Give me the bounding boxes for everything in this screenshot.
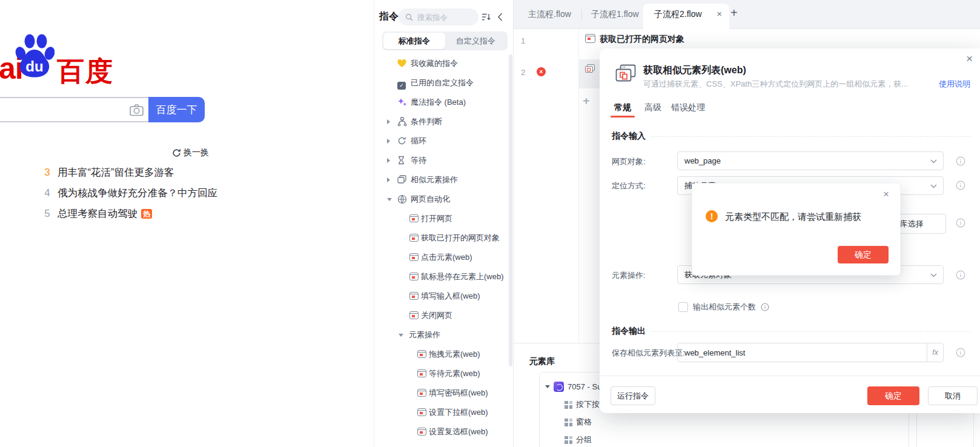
fx-expression-icon[interactable]: fx	[927, 343, 943, 362]
locate-field-label: 定位方式:	[612, 180, 646, 191]
close-popup-icon[interactable]: ×	[883, 188, 889, 200]
popup-ok-button[interactable]: 确定	[838, 246, 889, 263]
hot-title[interactable]: 总理考察自动驾驶	[58, 207, 137, 220]
web-window-icon	[417, 408, 426, 419]
baidu-search-input[interactable]	[5, 99, 98, 121]
panel-column-divider	[909, 413, 917, 447]
section-input-title: 指令输入	[612, 131, 646, 142]
webpage-field-label: 网页对象:	[612, 156, 646, 167]
instr-item-close-webpage[interactable]: 关闭网页	[374, 308, 508, 323]
baidu-search-box[interactable]	[0, 97, 148, 122]
flow-step-label[interactable]: 获取已打开的网页对象	[600, 34, 684, 45]
close-tab-icon[interactable]: ×	[717, 8, 722, 19]
web-automation-icon	[397, 194, 407, 207]
run-instruction-button[interactable]: 运行指令	[611, 386, 655, 405]
instr-item-fill-input[interactable]: 填写输入框(web)	[374, 289, 508, 303]
hourglass-icon	[397, 156, 405, 167]
add-step-button[interactable]: +	[583, 94, 590, 108]
magic-sparkle-icon	[397, 98, 407, 110]
instr-subgroup-element-ops[interactable]: 元素操作	[374, 328, 508, 342]
section-output-title: 指令输出	[612, 326, 646, 337]
dialog-tab-general[interactable]: 常规	[614, 102, 631, 113]
hot-title[interactable]: 用丰富“花活”留住更多游客	[58, 166, 174, 179]
info-icon[interactable]	[761, 303, 769, 311]
similar-elements-icon	[585, 64, 595, 75]
output-count-label: 输出相似元素个数	[693, 302, 756, 313]
instruction-search[interactable]	[399, 8, 478, 25]
webpage-select[interactable]: web_page	[677, 151, 944, 170]
instruction-tabs: 标准指令 自定义指令	[382, 31, 508, 50]
tab-standard-instructions[interactable]: 标准指令	[383, 33, 445, 49]
camera-icon[interactable]	[130, 104, 144, 116]
hot-rank: 3	[42, 167, 52, 179]
instruction-search-input[interactable]	[416, 10, 474, 25]
scrollbar[interactable]	[509, 55, 512, 366]
flow-tab-sub1[interactable]: 子流程1.flow	[591, 9, 639, 20]
instr-group-loop[interactable]: 循环	[374, 134, 508, 148]
hotlist-refresh-label: 换一换	[184, 147, 209, 158]
search-icon	[405, 13, 413, 21]
add-tab-button[interactable]: +	[730, 6, 738, 20]
similar-elements-icon	[615, 64, 636, 84]
dialog-tab-error-handling[interactable]: 错误处理	[671, 102, 705, 113]
element-library-root[interactable]: 7057 - Su	[545, 380, 601, 393]
instr-group-conditional[interactable]: 条件判断	[374, 114, 508, 129]
instr-item-hover-element[interactable]: 鼠标悬停在元素上(web)	[374, 270, 508, 284]
baidu-logo-du: du	[25, 58, 43, 74]
caret-right-icon	[387, 139, 390, 144]
web-window-icon	[417, 349, 426, 360]
sort-icon[interactable]	[482, 13, 491, 21]
hot-item[interactable]: 3 用丰富“花活”留住更多游客	[42, 165, 174, 180]
instr-group-web-automation[interactable]: 网页自动化	[374, 192, 508, 207]
instr-item-open-webpage[interactable]: 打开网页	[374, 211, 508, 226]
instr-item-get-opened-webpage[interactable]: 获取已打开的网页对象	[374, 231, 508, 245]
active-tab-underline	[611, 116, 635, 118]
instr-item-drag-element[interactable]: 拖拽元素(web)	[374, 347, 508, 362]
instr-item-click-element[interactable]: 点击元素(web)	[374, 250, 508, 265]
element-library-item[interactable]: 窗格	[564, 416, 592, 429]
info-icon[interactable]	[956, 180, 965, 190]
baidu-search-button[interactable]: 百度一下	[148, 97, 205, 122]
output-count-checkbox[interactable]	[678, 302, 688, 312]
info-icon[interactable]	[956, 348, 965, 357]
help-link[interactable]: 使用说明	[939, 79, 970, 90]
tab-custom-instructions[interactable]: 自定义指令	[445, 33, 507, 49]
error-popup: × ! 元素类型不匹配，请尝试重新捕获 确定	[692, 183, 901, 276]
used-instructions-icon: ✓	[397, 79, 406, 90]
instr-item-magic[interactable]: 魔法指令 (Beta)	[374, 95, 508, 110]
element-library-item[interactable]: 分组	[564, 433, 592, 446]
dialog-tab-advanced[interactable]: 高级	[644, 102, 661, 113]
flow-tab-sub2-active[interactable]: 子流程2.flow ×	[643, 4, 729, 30]
flow-tab-main[interactable]: 主流程.flow	[528, 9, 571, 20]
web-window-icon	[585, 34, 595, 45]
instr-group-wait[interactable]: 等待	[374, 153, 508, 168]
instr-item-set-dropdown[interactable]: 设置下拉框(web)	[374, 405, 508, 420]
caret-right-icon	[387, 119, 390, 124]
close-dialog-icon[interactable]: ×	[966, 52, 973, 65]
error-badge-icon[interactable]: ×	[537, 67, 546, 76]
info-icon[interactable]	[956, 218, 965, 228]
instr-item-used-custom[interactable]: ✓ 已用的自定义指令	[374, 76, 508, 90]
hotlist-refresh[interactable]: 换一换	[172, 147, 209, 158]
cancel-button[interactable]: 取消	[928, 386, 978, 405]
info-icon[interactable]	[956, 156, 965, 166]
hot-item[interactable]: 4 俄为核战争做好充分准备？中方回应	[42, 186, 217, 200]
info-icon[interactable]	[956, 270, 965, 280]
instr-group-similar-elements[interactable]: 相似元素操作	[374, 173, 508, 187]
flow-tabbar: 主流程.flow 子流程1.flow +	[514, 0, 980, 29]
web-window-icon	[417, 427, 426, 438]
caret-right-icon	[387, 177, 390, 182]
instr-item-wait-element[interactable]: 等待元素(web)	[374, 366, 508, 381]
baidu-logo-cn: 百度	[57, 53, 114, 90]
save-variable-input[interactable]	[678, 343, 927, 362]
hot-item[interactable]: 5 总理考察自动驾驶 热	[42, 207, 152, 221]
hot-title[interactable]: 俄为核战争做好充分准备？中方回应	[58, 187, 217, 200]
similar-elements-icon	[397, 175, 406, 186]
footer-divider	[600, 376, 980, 376]
hot-rank: 4	[42, 187, 52, 199]
instr-item-set-checkbox[interactable]: 设置复选框(web)	[374, 425, 508, 439]
instr-item-fill-password[interactable]: 填写密码框(web)	[374, 386, 508, 400]
instr-item-favorites[interactable]: 我收藏的指令	[374, 56, 508, 71]
collapse-panel-icon[interactable]	[497, 13, 503, 21]
ok-button[interactable]: 确定	[867, 386, 919, 405]
